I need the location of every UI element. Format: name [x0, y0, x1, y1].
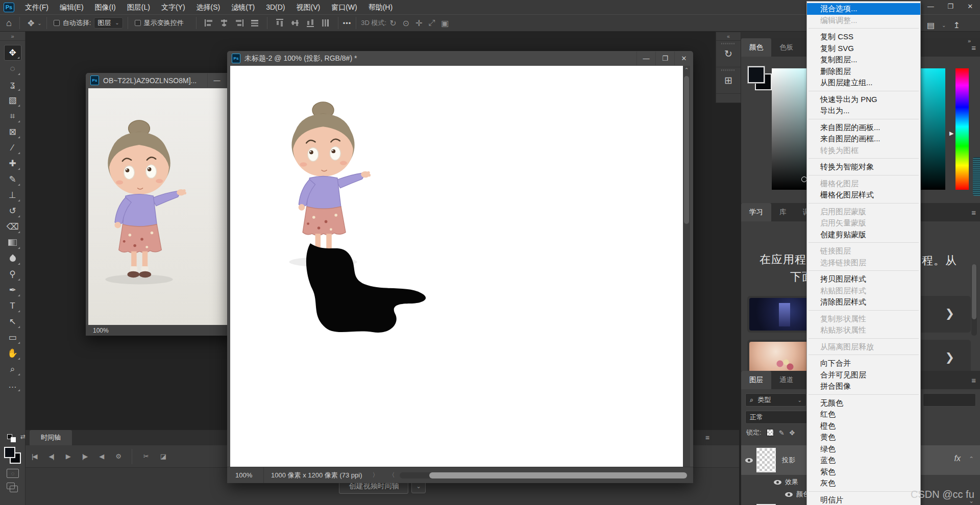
eyedropper-tool[interactable]: ∕ [4, 140, 21, 156]
window-title-bar[interactable]: Ps 未标题-2 @ 100% (投影, RGB/8#) * — ❐ ✕ [227, 51, 693, 66]
lock-transparency-icon[interactable] [767, 429, 774, 436]
foreground-background-swatches[interactable] [4, 447, 21, 464]
menu-bar-item[interactable]: 3D(D) [260, 0, 290, 14]
path-select-tool[interactable]: ↖ [4, 314, 21, 330]
context-menu-item[interactable]: 粘贴形状属性 [807, 324, 920, 336]
menu-bar-item[interactable]: 视图(V) [290, 0, 326, 14]
context-menu-item[interactable]: 混合选项... [807, 3, 920, 15]
zoom-level[interactable]: 100% [227, 467, 264, 483]
3d-pan-icon[interactable]: ✛ [412, 18, 425, 28]
menu-bar-item[interactable]: 文字(Y) [156, 0, 191, 14]
align-middle-icon[interactable] [291, 19, 299, 27]
distribute-vertical-icon[interactable] [322, 19, 329, 27]
tab-libraries[interactable]: 库 [771, 203, 795, 221]
history-panel-icon[interactable]: ↻ [716, 41, 741, 67]
hue-slider-marker[interactable]: ▶ [949, 130, 953, 137]
context-menu-item[interactable]: 复制形状属性 [807, 313, 920, 325]
context-menu-item[interactable]: 栅格化图层 [807, 178, 920, 190]
play-icon[interactable]: ▶ [66, 452, 70, 460]
history-brush-tool[interactable]: ↺ [4, 203, 21, 219]
object-selection-tool[interactable]: ▧ [4, 92, 21, 108]
type-tool[interactable]: T [4, 298, 21, 314]
swap-colors-icon[interactable]: ⇄ [20, 433, 26, 440]
scrollbar-thumb[interactable] [972, 264, 976, 319]
restore-button[interactable]: ❐ [655, 52, 674, 65]
previous-frame-icon[interactable]: ◀| [48, 452, 53, 460]
hand-tool[interactable]: ✋ [4, 345, 21, 361]
context-menu-item[interactable]: 转换为智能对象 [807, 161, 920, 173]
screen-mode-icon[interactable] [7, 483, 19, 493]
context-menu-item[interactable]: 无颜色 [807, 397, 920, 409]
menu-bar-item[interactable]: 图像(I) [89, 0, 121, 14]
panel-menu-icon[interactable]: ≡ [705, 434, 709, 442]
context-menu-item[interactable]: 从图层建立组... [807, 77, 920, 89]
status-arrow-left-icon[interactable]: 〈 [383, 471, 400, 479]
chevron-right-icon[interactable]: ❯ [945, 307, 954, 320]
context-menu-item[interactable]: 编辑调整... [807, 15, 920, 27]
document-canvas[interactable] [230, 66, 683, 467]
zoom-level[interactable]: 100% [86, 327, 109, 334]
align-center-horizontal-icon[interactable] [220, 19, 228, 27]
context-menu-item[interactable]: 复制 SVG [807, 43, 920, 55]
panel-menu-icon[interactable]: ≡ [971, 43, 976, 52]
visibility-eye-icon[interactable] [745, 458, 753, 463]
menu-bar-item[interactable]: 选择(S) [191, 0, 226, 14]
tab-color[interactable]: 颜色 [741, 38, 771, 57]
healing-brush-tool[interactable]: ✚ [4, 156, 21, 171]
align-bottom-icon[interactable] [307, 19, 314, 27]
scissors-icon[interactable]: ✂ [143, 452, 148, 460]
gradient-tool[interactable] [4, 235, 21, 250]
scrollbar[interactable] [971, 264, 977, 336]
default-colors-icon[interactable]: ⇄ [7, 434, 18, 442]
menu-bar-item[interactable]: 滤镜(T) [226, 0, 260, 14]
context-menu-item[interactable]: 快速导出为 PNG [807, 94, 920, 106]
menu-bar-item[interactable]: 文件(F) [19, 0, 54, 14]
shape-tool[interactable]: ▭ [4, 330, 21, 345]
collapse-icon[interactable]: « [716, 32, 741, 41]
3d-scale-icon[interactable]: ▣ [438, 18, 452, 28]
context-menu-item[interactable]: 橙色 [807, 420, 920, 432]
frame-tool[interactable]: ⊠ [4, 124, 21, 140]
layer-thumbnail[interactable] [756, 448, 776, 472]
go-to-first-frame-icon[interactable]: |◀ [32, 452, 36, 460]
layer-filter-kind-icons[interactable] [923, 393, 976, 407]
chevron-down-icon[interactable]: ⌄ [37, 20, 41, 26]
audio-icon[interactable]: ◀ [99, 452, 103, 460]
eraser-tool[interactable]: ⌫ [4, 219, 21, 235]
close-button[interactable]: ✕ [674, 52, 693, 65]
minimize-button[interactable]: — [636, 52, 655, 65]
status-arrow-right-icon[interactable]: 〉 [367, 471, 383, 479]
app-restore-button[interactable]: ❐ [941, 0, 961, 14]
tab-learn[interactable]: 学习 [741, 203, 771, 221]
scrollbar-vertical[interactable]: ⌃ [683, 66, 690, 467]
document-canvas[interactable] [88, 88, 228, 325]
tab-swatches[interactable]: 色板 [771, 38, 801, 57]
clone-stamp-tool[interactable]: ⊥ [4, 187, 21, 203]
panel-menu-icon[interactable]: ≡ [971, 208, 976, 217]
scroll-up-icon[interactable]: ⌃ [683, 66, 690, 74]
menu-bar-item[interactable]: 编辑(E) [54, 0, 89, 14]
floating-document-window[interactable]: Ps OB~T22L)AZ9OZLNSO8M]... — ❐ 100% [86, 73, 235, 336]
properties-panel-icon[interactable]: ⊞ [716, 67, 741, 94]
crop-tool[interactable]: ⌗ [4, 108, 21, 124]
context-menu-item[interactable]: 合并可见图层 [807, 369, 920, 381]
distribute-horizontal-icon[interactable] [251, 19, 259, 27]
move-tool[interactable]: ✥ [4, 45, 21, 61]
gear-icon[interactable]: ⚙ [115, 452, 120, 460]
photoshop-logo[interactable]: Ps [4, 3, 14, 12]
fx-icon[interactable]: fx [954, 454, 961, 463]
context-menu-item[interactable]: 选择链接图层 [807, 257, 920, 269]
menu-bar-item[interactable]: 窗口(W) [326, 0, 363, 14]
menu-bar-item[interactable]: 帮助(H) [363, 0, 398, 14]
brush-tool[interactable]: ✎ [4, 171, 21, 187]
visibility-eye-icon[interactable] [774, 480, 781, 485]
main-document-window[interactable]: Ps 未标题-2 @ 100% (投影, RGB/8#) * — ❐ ✕ ⌃ 1… [227, 51, 693, 483]
context-menu-item[interactable]: 删除图层 [807, 66, 920, 78]
context-menu-item[interactable]: 拷贝图层样式 [807, 273, 920, 285]
context-menu-item[interactable]: 复制 CSS [807, 31, 920, 43]
transition-icon[interactable]: ◪ [160, 452, 165, 460]
context-menu-item[interactable]: 来自图层的画板... [807, 122, 920, 134]
visibility-eye-icon[interactable] [785, 492, 793, 497]
foreground-color-swatch[interactable] [4, 447, 15, 458]
context-menu-item[interactable]: 粘贴图层样式 [807, 285, 920, 297]
